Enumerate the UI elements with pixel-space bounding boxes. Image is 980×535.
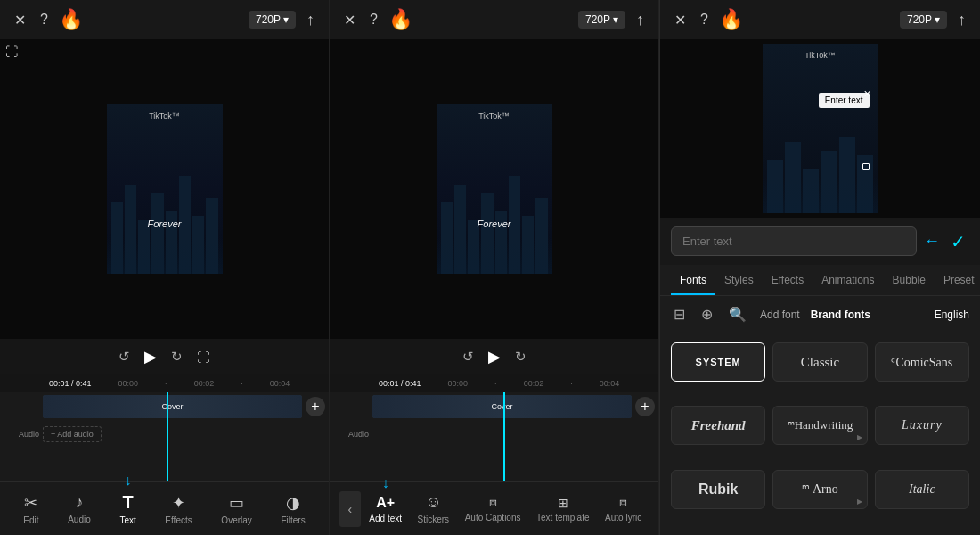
preview-video-2: TikTok™ Forever — [437, 104, 552, 274]
confirm-btn[interactable]: ✓ — [947, 227, 969, 256]
audio-label-1: Audio — [4, 430, 39, 439]
font-card-system[interactable]: SYSTEM — [671, 342, 765, 382]
tab-styles[interactable]: Styles — [715, 265, 763, 295]
text-input-field[interactable] — [671, 226, 917, 256]
play-btn-1[interactable]: ▶ — [144, 347, 157, 366]
topbar-left-1: ✕ ? 🔥 — [11, 8, 83, 31]
tool-filters-1[interactable]: ◑ Filters — [274, 490, 312, 529]
tiktok-logo-2: TikTok™ — [478, 111, 510, 120]
tool-audio-1[interactable]: ♪ Audio — [61, 490, 98, 528]
resolution-btn-2[interactable]: 720P ▾ — [578, 11, 625, 29]
tab-animations[interactable]: Animations — [813, 265, 883, 295]
font-card-arno[interactable]: ᵐ Arno ▶ — [772, 470, 867, 509]
tool-overlay-1[interactable]: ▭ Overlay — [214, 490, 258, 529]
close-button-2[interactable]: ✕ — [340, 10, 359, 30]
tabs-row: Fonts Styles Effects Animations Bubble P… — [660, 265, 980, 296]
upload-btn-2[interactable]: ↑ — [633, 9, 648, 31]
video-clip-2[interactable]: Cover — [372, 395, 632, 418]
redo-btn-1[interactable]: ↻ — [171, 349, 183, 365]
tool-addtext[interactable]: ↓ A+ Add text — [362, 491, 409, 527]
bottom-toolbar-1: ✂ Edit ♪ Audio ↓ T Text ✦ Effects ▭ Over… — [0, 482, 329, 535]
tool-autocaptions[interactable]: ⧈ Auto Captions — [458, 491, 528, 526]
upload-btn-1[interactable]: ↑ — [303, 9, 318, 31]
tab-preset[interactable]: Preset — [935, 265, 980, 295]
tool-edit-1[interactable]: ✂ Edit — [16, 490, 45, 529]
upload-btn-3[interactable]: ↑ — [954, 9, 969, 31]
addtext-icon: A+ — [376, 495, 395, 511]
close-button-1[interactable]: ✕ — [11, 10, 29, 30]
add-track-btn-2[interactable]: + — [635, 397, 655, 416]
resolution-btn-3[interactable]: 720P ▾ — [900, 11, 947, 29]
video-clip-1[interactable]: Cover — [43, 395, 302, 418]
font-card-italic[interactable]: Italic — [875, 470, 969, 509]
tab-fonts[interactable]: Fonts — [671, 265, 715, 295]
preview-video-3: TikTok™ ✕ Enter text — [763, 44, 878, 213]
tool-text-1[interactable]: ↓ T Text — [112, 489, 143, 529]
tab-bubble[interactable]: Bubble — [884, 265, 935, 295]
filter-icon-btn[interactable]: ⊟ — [671, 303, 688, 325]
font-card-classic[interactable]: Classic — [772, 342, 867, 382]
audio-label-2: Audio — [333, 430, 369, 439]
search-icon-btn[interactable]: 🔍 — [726, 303, 749, 325]
editor-topbar-2: ✕ ? 🔥 720P ▾ ↑ — [330, 0, 658, 39]
help-button-2[interactable]: ? — [366, 10, 381, 29]
bottom-toolbar-2: ‹ ↓ A+ Add text ☺ Stickers ⧈ Auto Captio… — [330, 482, 658, 535]
effects-label: Effects — [165, 515, 192, 525]
font-card-handwriting[interactable]: ᵐHandwriting ▶ — [772, 406, 867, 445]
font-card-freehand[interactable]: Freehand — [671, 406, 765, 445]
redo-btn-2[interactable]: ↻ — [515, 349, 527, 365]
font-grid: SYSTEM Classic ᶜComicSans Freehand ᵐHand… — [660, 333, 980, 535]
tab-effects[interactable]: Effects — [763, 265, 813, 295]
font-card-rubik[interactable]: Rubik — [671, 470, 765, 509]
timeline-ruler-1: 00:01 / 0:41 00:00 · 00:02 · 00:04 — [0, 374, 329, 392]
topbar-right-2: 720P ▾ ↑ — [578, 9, 648, 31]
texttemplate-icon: ⊞ — [558, 496, 568, 510]
font-card-comicsans[interactable]: ᶜComicSans — [875, 342, 969, 382]
autocaptions-icon: ⧈ — [489, 495, 497, 510]
enter-text-box[interactable]: Enter text — [819, 93, 870, 108]
stickers-icon: ☺ — [425, 493, 441, 512]
undo-btn-2[interactable]: ↺ — [462, 349, 474, 365]
timeline-tracks-1: Cover + Audio + Add audio — [0, 392, 329, 482]
play-btn-2[interactable]: ▶ — [488, 347, 501, 366]
resolution-btn-1[interactable]: 720P ▾ — [249, 11, 296, 29]
undo-btn-1[interactable]: ↺ — [118, 349, 130, 365]
text-icon: T — [122, 492, 133, 513]
enter-text-resize-handle[interactable] — [862, 163, 870, 170]
language-label[interactable]: English — [935, 309, 969, 321]
fullscreen-btn-1[interactable]: ⛶ — [5, 45, 18, 59]
preview-area-3: ▶ TikTok™ ✕ Enter text — [660, 39, 980, 218]
forever-text-1: Forever — [148, 218, 182, 229]
help-button-3[interactable]: ? — [697, 10, 712, 29]
preview-video-1: TikTok™ Forever — [107, 104, 223, 274]
bookmark-icon-btn[interactable]: ⊕ — [698, 303, 715, 325]
fullscreen-expand-1[interactable]: ⛶ — [197, 350, 210, 365]
brand-fonts-label[interactable]: Brand fonts — [811, 309, 870, 321]
right-panel: ✕ ? 🔥 720P ▾ ↑ ▶ TikTok™ — [659, 0, 980, 535]
down-arrow-icon-2: ↓ — [382, 475, 389, 491]
font-card-luxury[interactable]: Luxury — [875, 406, 969, 445]
audio-track-row-2: Audio — [330, 421, 658, 448]
playback-controls-2: ↺ ▶ ↻ — [330, 339, 658, 374]
tool-stickers[interactable]: ☺ Stickers — [411, 490, 457, 528]
arrow-indicator: ← — [924, 232, 940, 251]
tool-effects-1[interactable]: ✦ Effects — [158, 490, 199, 529]
editor-topbar-1: ✕ ? 🔥 720P ▾ ↑ — [0, 0, 329, 39]
tool-autolyric[interactable]: ⧈ Auto lyric — [598, 491, 649, 526]
enter-text-close-btn[interactable]: ✕ — [863, 88, 871, 100]
add-font-label[interactable]: Add font — [760, 309, 800, 321]
close-button-3[interactable]: ✕ — [671, 10, 690, 30]
add-track-btn-1[interactable]: + — [306, 397, 325, 416]
topbar-right-3: 720P ▾ ↑ — [900, 9, 969, 31]
autocaptions-label: Auto Captions — [465, 513, 521, 523]
scissors-icon: ✂ — [24, 493, 37, 513]
font-tools-row: ⊟ ⊕ 🔍 Add font Brand fonts English — [660, 296, 980, 333]
editor-panel-2: ✕ ? 🔥 720P ▾ ↑ — [330, 0, 659, 535]
topbar-left-2: ✕ ? 🔥 — [340, 8, 412, 31]
add-audio-btn-1[interactable]: + Add audio — [43, 426, 102, 442]
preview-area-1: ⛶ TikTok™ Forever — [0, 39, 329, 339]
timeline-ruler-2: 00:01 / 0:41 00:00 · 00:02 · 00:04 — [330, 374, 658, 392]
tool-texttemplate[interactable]: ⊞ Text template — [529, 492, 596, 526]
collapse-btn[interactable]: ‹ — [339, 491, 361, 527]
help-button-1[interactable]: ? — [37, 10, 52, 29]
